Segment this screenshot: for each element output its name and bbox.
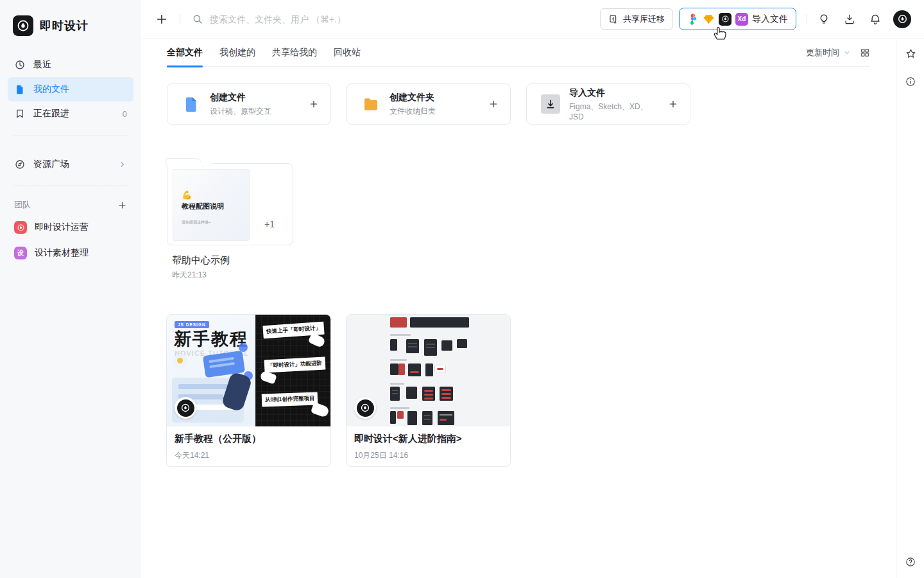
sidebar-item-label: 资源广场 (33, 159, 69, 170)
main-content: 全部文件 我创建的 共享给我的 回收站 更新时间 创建文件 设计稿、原型交互 (141, 39, 896, 578)
help-icon[interactable] (905, 556, 916, 568)
team-label: 即时设计运营 (35, 222, 89, 233)
import-card-title: 导入文件 (569, 87, 659, 99)
new-file-button[interactable] (155, 13, 168, 26)
sidebar-divider-dashed (13, 186, 128, 186)
import-arrow-icon (541, 94, 560, 114)
file-title: 即时设计<新人进阶指南> (354, 433, 502, 445)
sidebar-divider (13, 135, 128, 136)
file-icon (14, 83, 26, 95)
app-logo-icon (13, 15, 33, 36)
hand-cursor (712, 24, 727, 42)
bookmark-icon (14, 108, 26, 119)
file-updated-time: 10月25日 14:16 (354, 450, 502, 461)
sidebar-item-label: 最近 (33, 59, 51, 71)
grid-view-icon[interactable] (860, 48, 870, 58)
file-card-novice-tutorial[interactable]: JS DESIGN 新手教程 NOVICE TUTORIAL 快速上手「 (166, 314, 331, 467)
topbar-divider (180, 14, 180, 24)
file-thumbnail (346, 315, 510, 426)
file-tabs: 全部文件 我创建的 共享给我的 回收站 更新时间 (167, 39, 870, 67)
app-logo[interactable]: 即时设计 (0, 0, 141, 36)
following-count: 0 (123, 109, 127, 119)
folder-card-help-center[interactable]: 💪 教程配图说明 请你跟我这样做~ +1 (167, 163, 293, 245)
notifications-bell-icon[interactable] (869, 13, 882, 26)
import-file-card[interactable]: 导入文件 Figma、Sketch、XD、JSD (526, 83, 690, 125)
right-rail (896, 39, 924, 578)
create-folder-card[interactable]: 创建文件夹 文件收纳归类 (346, 83, 511, 125)
jsdesign-watermark-badge (354, 397, 376, 419)
sidebar: 即时设计 最近 我的文件 正在跟进 0 资源广场 (0, 0, 141, 578)
tab-shared-with-me[interactable]: 共享给我的 (272, 39, 317, 67)
info-icon[interactable] (905, 76, 916, 87)
sort-label: 更新时间 (806, 47, 839, 58)
add-team-button[interactable] (117, 200, 127, 210)
teams-header-label: 团队 (14, 199, 31, 211)
sidebar-item-following[interactable]: 正在跟进 0 (8, 101, 133, 126)
file-title: 新手教程（公开版） (175, 433, 323, 445)
plus-icon (309, 99, 319, 109)
app-name: 即时设计 (40, 18, 89, 33)
folder-extra-count: +1 (264, 219, 275, 229)
file-thumbnail: JS DESIGN 新手教程 NOVICE TUTORIAL 快速上手「 (167, 315, 330, 426)
muscle-emoji: 💪 (182, 190, 192, 200)
topbar-divider (807, 14, 807, 24)
library-migrate-icon (608, 14, 619, 24)
team-icon: 设 (14, 247, 27, 259)
sort-dropdown[interactable]: 更新时间 (806, 47, 851, 58)
shared-library-migrate-button[interactable]: 共享库迁移 (600, 8, 673, 30)
plus-icon (488, 99, 499, 109)
sidebar-item-label: 正在跟进 (33, 108, 69, 119)
team-label: 设计素材整理 (35, 247, 89, 259)
figma-icon (687, 13, 699, 25)
file-icon (182, 94, 201, 114)
lightbulb-icon[interactable] (817, 13, 830, 26)
search-input[interactable] (210, 14, 479, 24)
topbar: 共享库迁移 Xd 导入文件 (141, 0, 924, 39)
sidebar-item-resource-plaza[interactable]: 资源广场 (8, 152, 133, 177)
shared-library-migrate-label: 共享库迁移 (623, 13, 665, 25)
clock-icon (14, 59, 26, 71)
sidebar-item-recent[interactable]: 最近 (8, 53, 133, 77)
sidebar-team-assets[interactable]: 设 设计素材整理 (8, 240, 133, 266)
search-icon (192, 13, 203, 25)
search-bar[interactable] (192, 13, 600, 25)
tab-created-by-me[interactable]: 我创建的 (219, 39, 255, 67)
compass-icon (14, 159, 26, 170)
create-folder-subtitle: 文件收纳归类 (389, 106, 479, 117)
folder-thumbnail: 💪 教程配图说明 请你跟我这样做~ (173, 169, 250, 241)
import-file-button[interactable]: Xd 导入文件 (679, 8, 796, 30)
folder-updated-time: 昨天21:13 (172, 270, 207, 281)
tab-all-files[interactable]: 全部文件 (167, 39, 203, 67)
import-card-subtitle: Figma、Sketch、XD、JSD (569, 101, 659, 121)
create-file-subtitle: 设计稿、原型交互 (210, 106, 300, 117)
create-file-title: 创建文件 (210, 92, 300, 103)
user-avatar[interactable] (893, 10, 911, 28)
chevron-right-icon (118, 160, 127, 169)
sidebar-item-label: 我的文件 (33, 83, 69, 95)
sidebar-team-ops[interactable]: 即时设计运营 (8, 215, 133, 240)
file-updated-time: 今天14:21 (175, 450, 323, 461)
plus-icon (668, 99, 678, 109)
folder-icon (361, 94, 381, 114)
favorites-star-icon[interactable] (905, 48, 917, 60)
create-folder-title: 创建文件夹 (389, 92, 479, 103)
chevron-down-icon (843, 49, 851, 57)
folder-title[interactable]: 帮助中心示例 (172, 254, 230, 267)
create-file-card[interactable]: 创建文件 设计稿、原型交互 (167, 83, 331, 125)
tab-trash[interactable]: 回收站 (334, 39, 361, 67)
team-icon (14, 221, 27, 234)
jsdesign-watermark-badge (175, 397, 196, 419)
sidebar-item-my-files[interactable]: 我的文件 (8, 77, 133, 101)
file-card-advanced-guide[interactable]: 即时设计<新人进阶指南> 10月25日 14:16 (346, 314, 511, 467)
adobe-xd-icon: Xd (735, 13, 748, 26)
import-file-label: 导入文件 (752, 13, 788, 25)
download-icon[interactable] (843, 13, 856, 26)
app-window: 即时设计 最近 我的文件 正在跟进 0 资源广场 (0, 0, 924, 578)
